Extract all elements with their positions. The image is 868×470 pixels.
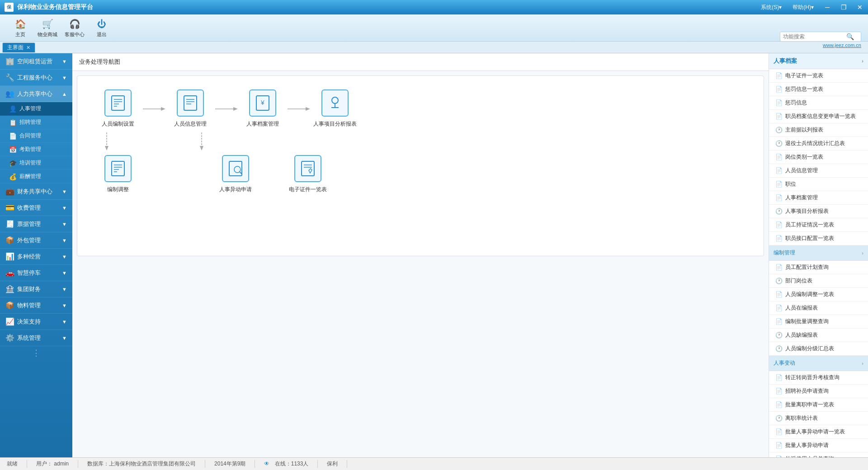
search-area: 🔍 www.jeez.com.cn [780, 32, 861, 48]
svg-rect-0 [112, 96, 124, 110]
toolbar-home-label: 主页 [15, 31, 25, 38]
flow-node-staffing[interactable]: 人员编制设置 [95, 89, 141, 128]
svg-marker-23 [200, 146, 203, 150]
group-finance-icon: 🏦 [5, 285, 14, 293]
sidebar-group-header-space[interactable]: 🏢 空间租赁运营 ▼ [0, 53, 72, 70]
flow-node-info[interactable]: 人员信息管理 [168, 89, 213, 128]
search-input[interactable] [783, 33, 846, 40]
sidebar-group-header-parking[interactable]: 🚗 智慧停车 ▼ [0, 265, 72, 281]
rp-item-punish[interactable]: 📄 惩罚信息 [769, 96, 868, 110]
sidebar-group-header-fee[interactable]: 💳 收费管理 ▼ [0, 200, 72, 216]
sidebar-group-header-group-finance[interactable]: 🏦 集团财务 ▼ [0, 281, 72, 297]
toolbar-mall[interactable]: 🛒 物业商城 [34, 17, 61, 39]
rp-item-recruit-apply[interactable]: 📄 招聘补员申请查询 [769, 385, 868, 398]
toolbar-service[interactable]: 🎧 客服中心 [61, 17, 88, 39]
search-link[interactable]: www.jeez.com.cn [823, 42, 861, 48]
rp-item-in-staff[interactable]: 📄 人员在编报表 [769, 301, 868, 315]
toolbar-home[interactable]: 🏠 主页 [7, 17, 34, 39]
sidebar-group-header-finance[interactable]: 💼 财务共享中心 ▼ [0, 183, 72, 200]
doc-icon-7: 📄 [775, 181, 783, 188]
rp-item-ecert[interactable]: 📄 电子证件一览表 [769, 69, 868, 83]
flow-node-adjust[interactable]: 编制调整 [95, 155, 141, 193]
tab-close-button[interactable]: ✕ [26, 45, 30, 51]
rp-item-batch-resign[interactable]: 📄 批量离职申请一览表 [769, 398, 868, 412]
sidebar-group-header-decision[interactable]: 📈 决策支持 ▼ [0, 314, 72, 330]
rp-item-change-apply[interactable]: 📄 职员档案信息变更申请一览表 [769, 110, 868, 123]
flow-node-certificate[interactable]: 电子证件一览表 [285, 155, 330, 193]
sidebar-item-contract[interactable]: 📄 合同管理 [0, 129, 72, 143]
rp-item-dept-post[interactable]: 🕐 部门岗位表 [769, 274, 868, 288]
rp-item-position[interactable]: 📄 职位 [769, 178, 868, 191]
rp-item-analysis-report[interactable]: 🕐 人事项目分析报表 [769, 205, 868, 218]
rp-item-secondment-query[interactable]: 📄 外派借用人员单查询 [769, 452, 868, 457]
adjust-label: 编制调整 [107, 186, 129, 193]
clock-icon-1: 🕐 [775, 127, 783, 133]
tab-main[interactable]: 主界面 ✕ [2, 42, 35, 52]
rp-section-header-staffing[interactable]: 编制管理 › [769, 245, 868, 261]
rp-change-apply-label: 职员档案信息变更申请一览表 [785, 113, 856, 120]
doc-icon-19: 📄 [775, 442, 783, 449]
sidebar-group-header-materials[interactable]: 📦 物料管理 ▼ [0, 297, 72, 314]
sidebar-group-header-outsource[interactable]: 📦 外包管理 ▼ [0, 232, 72, 249]
rp-promotion-query-label: 转正转岗晋升考核查询 [785, 374, 840, 381]
sys-menu-item[interactable]: 系统(S)▾ [755, 0, 787, 14]
engineering-arrow: ▼ [62, 75, 67, 80]
rp-item-cert-status[interactable]: 📄 员工持证情况一览表 [769, 218, 868, 232]
rp-item-shortage[interactable]: 🕐 人员缺编报表 [769, 329, 868, 342]
rp-item-interface-config[interactable]: 📄 职员接口配置一览表 [769, 232, 868, 245]
rp-item-main-before[interactable]: 🕐 主前据以列报表 [769, 123, 868, 137]
doc-icon-14: 📄 [775, 318, 783, 325]
restore-button[interactable]: ❐ [835, 0, 852, 14]
sidebar-item-recruit[interactable]: 📋 招聘管理 [0, 116, 72, 129]
rp-item-promotion-query[interactable]: 📄 转正转岗晋升考核查询 [769, 371, 868, 385]
recruit-icon: 📋 [9, 119, 17, 126]
rp-item-batch-movement-apply[interactable]: 📄 批量人事异动申请 [769, 439, 868, 452]
minimize-button[interactable]: ─ [819, 0, 835, 14]
flow-node-movement[interactable]: 人事异动申请 [213, 155, 258, 193]
rp-item-turnover-stats[interactable]: 🕐 离职率统计表 [769, 412, 868, 425]
fee-icon: 💳 [5, 203, 14, 212]
rp-item-grade-summary[interactable]: 🕐 人员编制分级汇总表 [769, 342, 868, 356]
rp-item-punish-list[interactable]: 📄 惩罚信息一览表 [769, 83, 868, 96]
svg-rect-24 [112, 161, 124, 176]
toolbar-logout[interactable]: ⏻ 退出 [88, 17, 115, 39]
flow-node-report[interactable]: 人事项目分析报表 [312, 89, 358, 128]
content-title: 业务处理导航图 [79, 58, 120, 65]
sidebar-group-space: 🏢 空间租赁运营 ▼ [0, 53, 72, 70]
toolbar-mall-label: 物业商城 [38, 31, 57, 38]
sidebar-item-salary[interactable]: 💰 薪酬管理 [0, 170, 72, 183]
doc-icon-6: 📄 [775, 167, 783, 174]
sidebar-item-personnel[interactable]: 👤 人事管理 [0, 102, 72, 116]
sidebar-item-training[interactable]: 🎓 培训管理 [0, 156, 72, 170]
rp-item-staff-plan[interactable]: 📄 员工配置计划查询 [769, 261, 868, 274]
rp-item-staff-info[interactable]: 📄 人员信息管理 [769, 164, 868, 178]
rp-item-batch-adjust[interactable]: 📄 编制批量调整查询 [769, 315, 868, 329]
rp-shortage-label: 人员缺编报表 [785, 331, 818, 339]
sidebar-group-fee: 💳 收费管理 ▼ [0, 200, 72, 216]
sidebar-item-attendance[interactable]: 📅 考勤管理 [0, 143, 72, 156]
sidebar-group-header-invoice[interactable]: 🧾 票据管理 ▼ [0, 216, 72, 232]
rp-batch-movement-apply-label: 批量人事异动申请 [785, 442, 829, 449]
help-menu-item[interactable]: 帮助(H)▾ [787, 0, 819, 14]
status-online: 👁 在线：1133人 [255, 460, 318, 468]
online-label: 在线：1133人 [275, 461, 309, 467]
flow-node-archive[interactable]: ¥ 人事档案管理 [240, 89, 285, 128]
sidebar-group-header-hr[interactable]: 👥 人力共享中心 ▲ [0, 86, 72, 102]
rp-item-veteran[interactable]: 🕐 退役士兵情况统计汇总表 [769, 137, 868, 150]
rp-item-batch-movement-list[interactable]: 📄 批量人事异动申请一览表 [769, 425, 868, 439]
rp-section-header-movement[interactable]: 人事变动 › [769, 356, 868, 371]
doc-icon-3: 📄 [775, 99, 783, 106]
rp-item-personnel-archive[interactable]: 📄 人事档案管理 [769, 191, 868, 205]
rp-item-post-category[interactable]: 📄 岗位类别一览表 [769, 150, 868, 164]
sidebar-group-header-diversified[interactable]: 📊 多种经营 ▼ [0, 249, 72, 265]
rp-item-staffing-adjust[interactable]: 📄 人员编制调整一览表 [769, 288, 868, 301]
info-label: 人员信息管理 [174, 120, 207, 128]
status-company: 保利 [318, 460, 347, 468]
sidebar-group-header-engineering[interactable]: 🔧 工程服务中心 ▼ [0, 70, 72, 86]
search-button[interactable]: 🔍 [846, 33, 854, 40]
rp-section-header-archive[interactable]: 人事档案 › [769, 53, 868, 69]
close-button[interactable]: ✕ [852, 0, 868, 14]
rp-staffing-adjust-label: 人员编制调整一览表 [785, 291, 834, 298]
finance-icon: 💼 [5, 187, 14, 196]
sidebar-group-header-system[interactable]: ⚙️ 系统管理 ▼ [0, 330, 72, 346]
